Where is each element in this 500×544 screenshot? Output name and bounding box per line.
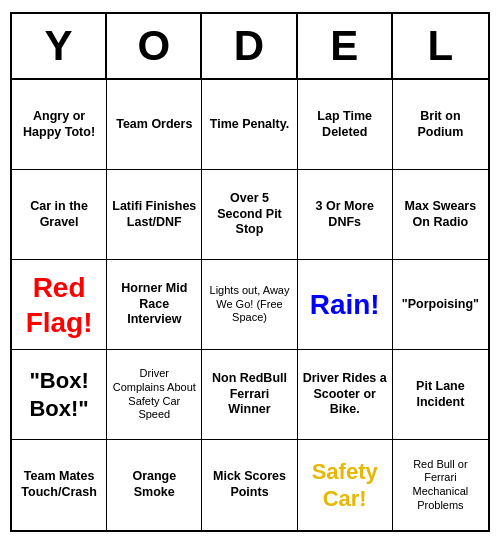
- cell-text: Red Bull or Ferrari Mechanical Problems: [398, 458, 483, 513]
- car-in-gravel: Car in the Gravel: [12, 170, 107, 260]
- bingo-header: YODEL: [12, 14, 488, 80]
- cell-text: Latifi Finishes Last/DNF: [112, 199, 196, 230]
- mick-scores-points: Mick Scores Points: [202, 440, 297, 530]
- header-letter: Y: [12, 14, 107, 78]
- header-letter: O: [107, 14, 202, 78]
- lap-time-deleted: Lap Time Deleted: [298, 80, 393, 170]
- cell-text: Driver Rides a Scooter or Bike.: [303, 371, 387, 418]
- cell-text: Team Mates Touch/Crash: [17, 469, 101, 500]
- cell-text: 3 Or More DNFs: [303, 199, 387, 230]
- cell-text: Over 5 Second Pit Stop: [207, 191, 291, 238]
- cell-text: "Box! Box!": [17, 367, 101, 422]
- bingo-card: YODEL Angry or Happy Toto!Team OrdersTim…: [10, 12, 490, 532]
- cell-text: Orange Smoke: [112, 469, 196, 500]
- max-swears: Max Swears On Radio: [393, 170, 488, 260]
- angry-toto: Angry or Happy Toto!: [12, 80, 107, 170]
- over-5-second-pit: Over 5 Second Pit Stop: [202, 170, 297, 260]
- cell-text: Horner Mid Race Interview: [112, 281, 196, 328]
- cell-text: Max Swears On Radio: [398, 199, 483, 230]
- team-mates-crash: Team Mates Touch/Crash: [12, 440, 107, 530]
- cell-text: Lap Time Deleted: [303, 109, 387, 140]
- team-orders: Team Orders: [107, 80, 202, 170]
- cell-text: Safety Car!: [303, 458, 387, 513]
- cell-text: Red Flag!: [17, 270, 101, 340]
- header-letter: L: [393, 14, 488, 78]
- driver-rides-scooter: Driver Rides a Scooter or Bike.: [298, 350, 393, 440]
- header-letter: E: [298, 14, 393, 78]
- cell-text: Angry or Happy Toto!: [17, 109, 101, 140]
- cell-text: Time Penalty.: [210, 117, 289, 133]
- cell-text: Brit on Podium: [398, 109, 483, 140]
- pit-lane-incident: Pit Lane Incident: [393, 350, 488, 440]
- cell-text: Driver Complains About Safety Car Speed: [112, 367, 196, 422]
- cell-text: Mick Scores Points: [207, 469, 291, 500]
- safety-car: Safety Car!: [298, 440, 393, 530]
- cell-text: "Porpoising": [402, 297, 479, 313]
- brit-on-podium: Brit on Podium: [393, 80, 488, 170]
- latifi-finishes: Latifi Finishes Last/DNF: [107, 170, 202, 260]
- cell-text: Team Orders: [116, 117, 192, 133]
- rain: Rain!: [298, 260, 393, 350]
- orange-smoke: Orange Smoke: [107, 440, 202, 530]
- 3-or-more-dnfs: 3 Or More DNFs: [298, 170, 393, 260]
- cell-text: Car in the Gravel: [17, 199, 101, 230]
- bingo-grid: Angry or Happy Toto!Team OrdersTime Pena…: [12, 80, 488, 530]
- porpoising: "Porpoising": [393, 260, 488, 350]
- free-space: Lights out, Away We Go! (Free Space): [202, 260, 297, 350]
- non-redbull-ferrari-winner: Non RedBull Ferrari Winner: [202, 350, 297, 440]
- cell-text: Lights out, Away We Go! (Free Space): [207, 284, 291, 325]
- cell-text: Pit Lane Incident: [398, 379, 483, 410]
- time-penalty: Time Penalty.: [202, 80, 297, 170]
- box-box: "Box! Box!": [12, 350, 107, 440]
- horner-interview: Horner Mid Race Interview: [107, 260, 202, 350]
- red-flag: Red Flag!: [12, 260, 107, 350]
- redbull-ferrari-problems: Red Bull or Ferrari Mechanical Problems: [393, 440, 488, 530]
- header-letter: D: [202, 14, 297, 78]
- driver-complains-safety-car: Driver Complains About Safety Car Speed: [107, 350, 202, 440]
- cell-text: Rain!: [310, 287, 380, 322]
- cell-text: Non RedBull Ferrari Winner: [207, 371, 291, 418]
